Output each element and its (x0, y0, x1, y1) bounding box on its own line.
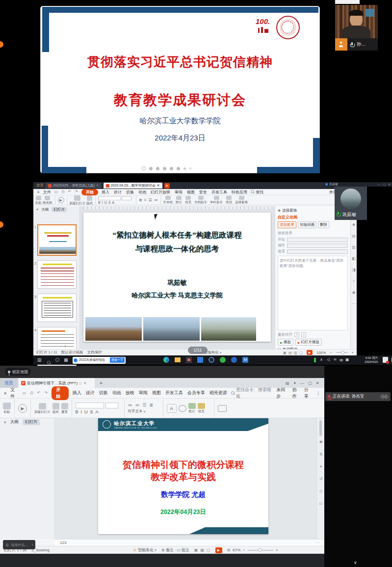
collapse-panel-button[interactable]: « (36, 207, 38, 212)
new-slide-button[interactable]: 新建幻灯片 (34, 403, 51, 414)
play-slideshow-button[interactable]: ▶ (215, 547, 222, 553)
play-button[interactable]: ▶播放 (278, 339, 293, 346)
tab-outline[interactable]: 大纲 (41, 207, 49, 212)
move-down-icon[interactable]: ↓ (301, 332, 306, 337)
menu-item[interactable]: 放映 (126, 390, 134, 396)
menu-item[interactable]: 视图 (187, 189, 195, 195)
app-icon[interactable]: M (242, 357, 248, 363)
format-icon[interactable]: B (98, 201, 101, 204)
format-brush-button[interactable]: 格式刷 (43, 196, 52, 205)
ribbon-group-button[interactable]: 填充 (185, 196, 191, 204)
emoji-icon[interactable]: ☺ (5, 542, 9, 547)
expand-more-chevron[interactable]: ∨ (354, 560, 357, 565)
zoom-out-button[interactable]: − (330, 351, 332, 355)
burger-icon[interactable]: ≡ (4, 391, 6, 396)
clock[interactable]: 9:02 周六2022/4/23 (352, 356, 378, 364)
mic-on-icon[interactable] (337, 212, 341, 218)
side-tool-icon[interactable]: ◇ (319, 489, 322, 493)
side-tool-icon[interactable]: ▭ (319, 501, 323, 506)
window-control-button[interactable]: ✦ (293, 381, 297, 385)
floating-video-tile[interactable]: 巩茹敏 (335, 187, 367, 220)
redo-icon[interactable]: ↷ (75, 190, 78, 194)
mail-icon[interactable] (197, 357, 203, 363)
tab-doc-inactive[interactable]: 20220425…课程思政(上篇) ✕ (46, 183, 102, 189)
format-icon[interactable]: A (112, 201, 114, 204)
taskbar-search-icon[interactable] (47, 361, 51, 365)
view-buttons[interactable]: ▣▦▢ (194, 548, 210, 552)
start-button[interactable]: ⊞ (37, 357, 41, 363)
delete-button[interactable]: 删除 (318, 221, 329, 228)
wps-tray-icon[interactable] (383, 357, 388, 363)
font-size-select[interactable] (122, 196, 131, 200)
menu-item[interactable]: 切换 (126, 189, 134, 195)
font-family-select[interactable] (76, 403, 104, 408)
notes-strip[interactable]: 123 ⋯ (55, 539, 324, 546)
tab-slides[interactable]: 幻灯片 (52, 207, 67, 212)
menu-file[interactable]: 文件 (10, 387, 19, 400)
app-icon[interactable] (231, 357, 237, 363)
menu-item[interactable]: 稻壳资源 (209, 390, 227, 396)
slideshow-button[interactable]: ▶幻灯片播放 (295, 339, 322, 346)
fit-icon[interactable]: ⊞ (227, 548, 231, 552)
ribbon-group-button[interactable]: 图片 (176, 196, 182, 204)
tab-doc-active[interactable]: 2022.04.23…数学学院研讨会 ✕ (104, 183, 162, 189)
side-tool-icon[interactable]: ◈ (352, 222, 355, 227)
notes-text[interactable]: 123 (60, 540, 66, 545)
edge-icon[interactable] (163, 357, 169, 363)
zoom-slider[interactable] (336, 352, 348, 353)
menu-item[interactable]: 插入 (73, 390, 81, 396)
explorer-icon[interactable] (175, 357, 181, 362)
format-icon[interactable]: U (84, 409, 88, 414)
animation-list-box[interactable]: 选中幻灯片的某个元素，然后单击“添加效果”添加动画。 (278, 256, 348, 330)
find-command[interactable]: 查找 (251, 189, 263, 195)
collab-item[interactable]: 未同步 (276, 387, 288, 400)
ribbon-group-button[interactable]: 查找 (226, 196, 232, 204)
window-control-button[interactable]: ▢ (383, 183, 386, 186)
paragraph-icon[interactable]: ≡ (144, 198, 147, 202)
cortana-icon[interactable] (55, 358, 59, 362)
notes-more-icon[interactable]: ⋯ (315, 540, 319, 545)
collab-item[interactable]: 协作 (292, 387, 300, 400)
edge-marker-icon[interactable] (0, 221, 3, 228)
window-control-button[interactable]: — (300, 381, 304, 385)
layout-button[interactable]: 版式 (52, 403, 59, 414)
new-tab-button[interactable]: + (164, 183, 170, 189)
ribbon-group-button[interactable]: 文档助手 (194, 196, 207, 204)
tab-home[interactable]: 首页 (36, 183, 44, 188)
command-search[interactable]: 查找命令、搜索模板 (231, 387, 273, 400)
comment-icon[interactable]: ◻ (79, 381, 82, 385)
webcam-video-tile[interactable] (335, 5, 378, 38)
network-icon[interactable]: ♒ (333, 357, 337, 362)
side-tool-icon[interactable]: ⇅ (319, 452, 323, 457)
format-icon[interactable]: U (105, 201, 107, 204)
layout-button[interactable]: 版式 (86, 195, 93, 205)
zoom-level[interactable]: 100% (316, 351, 326, 355)
side-tool-icon[interactable]: ◉ (352, 290, 356, 295)
editing-slide[interactable]: “紧扣立德树人根本任务”构建思政课程 与课程思政一体化的思考 巩茹敏 哈尔滨工业… (83, 213, 271, 342)
search-go-button[interactable]: 搜索一下 (110, 357, 125, 363)
close-icon[interactable]: ✕ (96, 184, 99, 188)
ribbon-group-button[interactable]: 学科助手 (210, 196, 223, 204)
print-icon[interactable]: ⎙ (30, 391, 33, 395)
save-icon[interactable]: ▭ (23, 391, 26, 395)
collapse-chat-icon[interactable]: ‹ (32, 542, 33, 547)
list-icon[interactable]: ≕ (135, 403, 140, 407)
app-icon[interactable] (209, 357, 214, 363)
menu-start-active[interactable]: 开始 (81, 189, 98, 195)
list-icon[interactable]: ≔ (128, 403, 132, 407)
add-slide-button[interactable]: + (63, 344, 68, 349)
play-slideshow-button[interactable]: ▶ (307, 350, 313, 355)
menu-item[interactable]: 动画 (138, 189, 146, 195)
menu-item[interactable]: 切换 (99, 390, 108, 396)
pin-screen-pill[interactable]: 锁定画面 (5, 368, 31, 376)
textbox-button[interactable]: A (167, 404, 177, 413)
taskbar-search-widget[interactable]: 2022高质编程报告 搜索一下 (73, 357, 126, 364)
more-menu-icon[interactable]: ⋮ (316, 391, 320, 396)
align-text-button[interactable]: 对齐文本▾ (128, 409, 159, 414)
paragraph-icon[interactable]: ☰ (148, 198, 152, 202)
undo-icon[interactable]: ↶ (37, 391, 41, 395)
window-control-button[interactable]: ✕ (388, 183, 391, 186)
photos-icon[interactable] (186, 357, 192, 363)
ribbon-group-button[interactable]: 文本框 (163, 196, 173, 204)
menu-item[interactable]: 开发工具 (211, 189, 227, 195)
